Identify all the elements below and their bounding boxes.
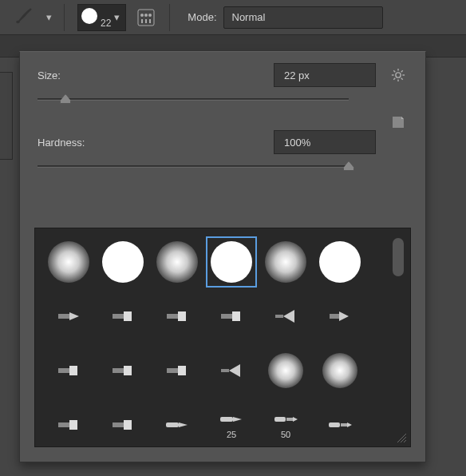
brush-panel-toggle-icon[interactable] — [132, 6, 160, 30]
svg-line-15 — [393, 78, 395, 80]
brush-preset-item[interactable] — [152, 291, 203, 342]
brush-preset-item[interactable] — [260, 345, 311, 396]
brush-tip-icon — [109, 416, 136, 434]
brush-tip-icon — [326, 307, 353, 325]
brush-tip-icon — [164, 416, 191, 434]
svg-rect-44 — [286, 418, 293, 421]
brush-presets-list: 2550 — [34, 228, 411, 447]
brush-tip-icon — [218, 411, 245, 428]
brush-preset-item[interactable] — [314, 236, 365, 288]
svg-rect-26 — [330, 314, 339, 319]
svg-marker-48 — [347, 422, 352, 427]
brush-preset-item[interactable] — [314, 399, 365, 450]
brush-preset-item[interactable] — [43, 291, 94, 342]
svg-rect-2 — [141, 19, 143, 23]
brush-preset-item[interactable] — [97, 291, 148, 342]
brush-preset-item[interactable] — [206, 291, 257, 342]
brush-preset-item[interactable]: 25 — [206, 399, 257, 450]
svg-marker-45 — [293, 417, 298, 422]
svg-rect-28 — [58, 368, 69, 373]
svg-rect-4 — [149, 19, 151, 23]
brush-tip-icon — [109, 307, 136, 325]
brush-preset-item[interactable] — [314, 345, 365, 396]
brush-tip-icon — [55, 362, 82, 379]
svg-rect-43 — [274, 417, 286, 422]
svg-rect-3 — [145, 19, 147, 23]
svg-marker-27 — [339, 311, 349, 321]
size-slider[interactable] — [38, 93, 349, 105]
svg-rect-36 — [69, 420, 77, 430]
brush-tip-icon — [272, 307, 299, 325]
brush-tip-icon — [218, 307, 245, 325]
hardness-slider[interactable] — [38, 161, 349, 172]
svg-marker-18 — [69, 312, 79, 320]
brush-dropdown-caret[interactable]: ▾ — [46, 11, 54, 23]
slider-thumb[interactable] — [60, 94, 71, 104]
svg-marker-40 — [179, 422, 188, 427]
svg-rect-22 — [178, 311, 186, 321]
brush-tip-icon — [326, 416, 353, 434]
svg-line-50 — [401, 437, 406, 442]
svg-point-5 — [140, 14, 144, 17]
scrollbar-thumb[interactable] — [393, 238, 404, 276]
hard-round-icon — [319, 241, 361, 283]
brush-preset-item[interactable] — [314, 291, 365, 342]
options-toolbar: ▾ 22 ▾ Mode: Normal — [0, 0, 466, 35]
brush-preset-item[interactable] — [152, 236, 203, 288]
collapsed-panel[interactable] — [0, 72, 13, 160]
svg-point-7 — [148, 14, 152, 17]
svg-rect-35 — [58, 422, 69, 427]
preset-size-label: 25 — [227, 430, 236, 439]
brush-preset-panel: Size: 22 px Hardness: 100% 2550 — [19, 51, 426, 462]
size-input[interactable]: 22 px — [274, 63, 376, 87]
svg-point-8 — [396, 73, 401, 77]
svg-rect-20 — [124, 311, 132, 321]
brush-tip-icon — [164, 362, 191, 379]
svg-line-14 — [401, 78, 403, 80]
size-label: Size: — [38, 69, 109, 81]
brush-tip-icon — [55, 416, 82, 434]
brush-preset-item[interactable] — [260, 291, 311, 342]
brush-preset-item[interactable] — [206, 236, 257, 288]
divider — [169, 4, 170, 31]
svg-rect-37 — [113, 422, 124, 427]
size-value: 22 px — [284, 69, 310, 81]
divider — [64, 4, 65, 31]
brush-tip-icon — [55, 307, 82, 325]
brush-preset-item[interactable] — [152, 345, 203, 396]
svg-rect-32 — [167, 368, 178, 373]
hard-round-icon — [211, 241, 252, 283]
brush-preset-item[interactable] — [43, 236, 94, 288]
brush-preset-item[interactable] — [43, 399, 94, 450]
brush-preset-item[interactable] — [152, 399, 203, 450]
svg-rect-19 — [113, 314, 124, 319]
hardness-input[interactable]: 100% — [274, 130, 376, 154]
hardness-value: 100% — [284, 137, 310, 149]
brush-preset-item[interactable] — [97, 236, 148, 288]
gear-icon[interactable] — [389, 65, 408, 85]
resize-grip-icon[interactable] — [394, 430, 407, 443]
hard-round-icon — [102, 241, 144, 283]
brush-preset-item[interactable] — [43, 345, 94, 396]
svg-rect-30 — [113, 368, 124, 373]
svg-rect-23 — [221, 314, 232, 319]
brush-preset-item[interactable] — [97, 399, 148, 450]
slider-thumb[interactable] — [343, 161, 354, 171]
brush-tip-icon — [272, 411, 299, 428]
mode-value: Normal — [232, 11, 266, 23]
brush-preset-item[interactable] — [206, 345, 257, 396]
brush-tool-icon[interactable] — [8, 6, 40, 28]
brush-preset-item[interactable] — [97, 345, 148, 396]
mode-dropdown[interactable]: Normal — [223, 6, 383, 29]
soft-round-icon — [268, 353, 303, 388]
svg-rect-21 — [167, 314, 178, 319]
brush-preset-item[interactable]: 50 — [260, 399, 311, 450]
brush-size-number: 22 — [101, 18, 111, 29]
new-preset-icon[interactable] — [389, 113, 408, 132]
brush-preset-picker[interactable]: 22 ▾ — [77, 4, 126, 31]
brush-preset-item[interactable] — [260, 236, 311, 288]
svg-point-0 — [16, 21, 20, 23]
svg-rect-39 — [166, 422, 179, 427]
svg-rect-47 — [341, 423, 347, 426]
svg-rect-25 — [275, 315, 283, 318]
